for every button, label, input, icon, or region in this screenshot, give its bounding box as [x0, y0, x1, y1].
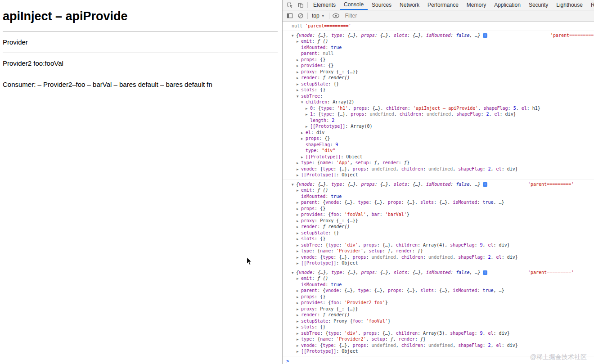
expanded-arrow-icon[interactable]: ▾ [297, 94, 301, 100]
console-line[interactable]: ▸props: {} [283, 206, 594, 212]
tab-application[interactable]: Application [490, 0, 525, 10]
console-line[interactable]: ▸props: {} [283, 294, 594, 300]
console-line[interactable]: ▾subTree: [283, 93, 594, 99]
console-line[interactable]: ▸emit: ƒ () [283, 275, 594, 282]
collapsed-arrow-icon[interactable]: ▸ [297, 160, 301, 166]
console-line[interactable]: ▸[[Prototype]]: Array(0) [283, 123, 594, 130]
collapsed-arrow-icon[interactable]: ▸ [297, 39, 301, 45]
tab-security[interactable]: Security [525, 0, 552, 10]
info-icon[interactable]: i [483, 33, 487, 38]
console-line[interactable]: ▸parent: {vnode: {…}, type: {…}, props: … [283, 199, 594, 206]
console-line[interactable]: ▸provides: {foo: 'Provider2–foo'} [283, 300, 594, 306]
console-line[interactable]: ▸proxy: Proxy {_: {…}} [283, 306, 594, 312]
console-line[interactable]: ▸render: ƒ render() [283, 75, 594, 81]
collapsed-arrow-icon[interactable]: ▸ [301, 130, 306, 136]
console-line[interactable]: ▸slots: {} [283, 324, 594, 330]
collapsed-arrow-icon[interactable]: ▸ [297, 63, 301, 69]
collapsed-arrow-icon[interactable]: ▸ [297, 276, 301, 282]
console-line[interactable]: ▸setupState: {} [283, 230, 594, 236]
clear-console-button[interactable] [295, 11, 306, 20]
device-toolbar-button[interactable] [295, 0, 306, 9]
collapsed-arrow-icon[interactable]: ▸ [297, 312, 301, 319]
console-line[interactable]: ▸slots: {} [283, 236, 594, 242]
tab-network[interactable]: Network [396, 0, 423, 10]
tab-memory[interactable]: Memory [463, 0, 490, 10]
console-line[interactable]: ▸emit: ƒ () [283, 38, 594, 45]
collapsed-arrow-icon[interactable]: ▸ [297, 57, 301, 63]
console-line[interactable]: ▸vnode: {type: {…}, props: undefined, ch… [283, 166, 594, 172]
console-line[interactable]: ▸[[Prototype]]: Object [283, 172, 594, 178]
tab-performance[interactable]: Performance [423, 0, 463, 10]
collapsed-arrow-icon[interactable]: ▸ [301, 154, 306, 161]
tab-console[interactable]: Console [340, 0, 368, 10]
inspect-element-button[interactable] [284, 0, 295, 9]
collapsed-arrow-icon[interactable]: ▸ [297, 236, 301, 243]
console-line[interactable]: ▸subTree: {type: 'div', props: {…}, chil… [283, 242, 594, 248]
expanded-arrow-icon[interactable]: ▾ [301, 99, 306, 106]
collapsed-arrow-icon[interactable]: ▸ [297, 337, 301, 343]
collapsed-arrow-icon[interactable]: ▸ [297, 248, 301, 255]
collapsed-arrow-icon[interactable]: ▸ [297, 172, 301, 179]
expanded-arrow-icon[interactable]: ▾ [292, 33, 296, 39]
console-line[interactable]: ▸el: div [283, 130, 594, 136]
console-line[interactable]: ▸provides: {foo: 'fooVal', bar: 'barVal'… [283, 211, 594, 218]
console-line[interactable]: ▸1: {type: {…}, props: undefined, childr… [283, 111, 594, 117]
console-sidebar-toggle-button[interactable] [284, 11, 295, 20]
console-line[interactable]: ▸type: {name: 'Provider', setup: ƒ, rend… [283, 248, 594, 254]
collapsed-arrow-icon[interactable]: ▸ [297, 206, 301, 212]
collapsed-arrow-icon[interactable]: ▸ [297, 200, 301, 206]
console-line[interactable]: ▸subTree: {type: 'div', props: {…}, chil… [283, 330, 594, 337]
console-line[interactable]: ▸[[Prototype]]: Object [283, 154, 594, 160]
collapsed-arrow-icon[interactable]: ▸ [297, 319, 301, 325]
console-line[interactable]: ▸vnode: {type: {…}, props: undefined, ch… [283, 342, 594, 349]
console-line[interactable]: ▸0: {type: 'h1', props: {…}, children: '… [283, 105, 594, 112]
console-line[interactable]: ▸setupState: {} [283, 81, 594, 87]
console-line[interactable]: ▸slots: {} [283, 87, 594, 93]
collapsed-arrow-icon[interactable]: ▸ [297, 87, 301, 94]
console-object-header[interactable]: ▾{vnode: {…}, type: {…}, props: {…}, slo… [283, 32, 594, 39]
console-line[interactable]: ▸props: {} [283, 135, 594, 142]
collapsed-arrow-icon[interactable]: ▸ [297, 324, 301, 331]
console-line[interactable]: ▸[[Prototype]]: Object [283, 260, 594, 266]
collapsed-arrow-icon[interactable]: ▸ [306, 112, 310, 118]
collapsed-arrow-icon[interactable]: ▸ [297, 212, 301, 218]
console-line[interactable]: ▸provides: {} [283, 63, 594, 69]
collapsed-arrow-icon[interactable]: ▸ [297, 261, 301, 267]
collapsed-arrow-icon[interactable]: ▸ [306, 124, 310, 130]
collapsed-arrow-icon[interactable]: ▸ [301, 136, 306, 142]
collapsed-arrow-icon[interactable]: ▸ [297, 306, 301, 313]
console-line[interactable]: ▸props: {} [283, 57, 594, 63]
console-line[interactable]: ▸type: {name: 'App', setup: ƒ, render: ƒ… [283, 160, 594, 166]
console-line[interactable]: ▸render: ƒ render() [283, 224, 594, 230]
console-line[interactable]: ▸proxy: Proxy {_: {…}} [283, 218, 594, 224]
console-line[interactable]: ▸setupState: Proxy {foo: 'fooVal'} [283, 318, 594, 324]
collapsed-arrow-icon[interactable]: ▸ [297, 243, 301, 249]
collapsed-arrow-icon[interactable]: ▸ [297, 343, 301, 349]
collapsed-arrow-icon[interactable]: ▸ [297, 69, 301, 76]
console-object-header[interactable]: ▾{vnode: {…}, type: {…}, props: {…}, slo… [283, 181, 594, 188]
collapsed-arrow-icon[interactable]: ▸ [297, 255, 301, 261]
collapsed-arrow-icon[interactable]: ▸ [297, 300, 301, 306]
console-line[interactable]: ▸render: ƒ render() [283, 312, 594, 318]
console-line[interactable]: ▸type: {name: 'Provider2', setup: ƒ, ren… [283, 336, 594, 342]
collapsed-arrow-icon[interactable]: ▸ [297, 218, 301, 225]
info-icon[interactable]: i [483, 182, 487, 187]
collapsed-arrow-icon[interactable]: ▸ [297, 166, 301, 173]
console-line[interactable]: ▸vnode: {type: {…}, props: undefined, ch… [283, 254, 594, 261]
expanded-arrow-icon[interactable]: ▾ [292, 270, 296, 276]
collapsed-arrow-icon[interactable]: ▸ [297, 331, 301, 337]
console-object-header[interactable]: ▾{vnode: {…}, type: {…}, props: {…}, slo… [283, 270, 594, 276]
collapsed-arrow-icon[interactable]: ▸ [297, 230, 301, 237]
info-icon[interactable]: i [483, 270, 487, 275]
collapsed-arrow-icon[interactable]: ▸ [297, 224, 301, 230]
tab-lighthouse[interactable]: Lighthouse [552, 0, 587, 10]
collapsed-arrow-icon[interactable]: ▸ [297, 349, 301, 355]
collapsed-arrow-icon[interactable]: ▸ [306, 106, 310, 112]
collapsed-arrow-icon[interactable]: ▸ [297, 81, 301, 88]
collapsed-arrow-icon[interactable]: ▸ [297, 294, 301, 301]
console-line[interactable]: ▸proxy: Proxy {_: {…}} [283, 69, 594, 75]
console-line[interactable]: ▾children: Array(2) [283, 99, 594, 105]
console-line[interactable]: ▸emit: ƒ () [283, 187, 594, 193]
console-line[interactable]: ▸parent: {vnode: {…}, type: {…}, props: … [283, 288, 594, 294]
expanded-arrow-icon[interactable]: ▾ [292, 182, 296, 188]
